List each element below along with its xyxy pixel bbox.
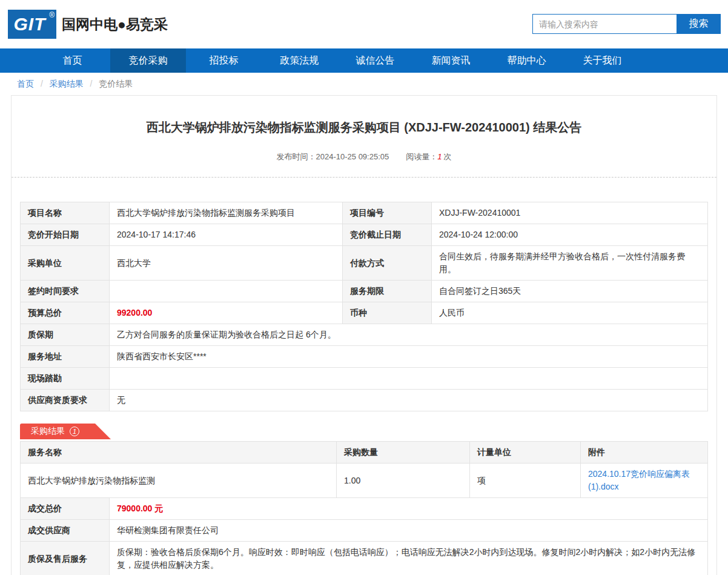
value-supplier-qualification: 无 — [110, 390, 708, 411]
table-row: 质保及售后服务 质保期：验收合格后质保期6个月。响应时效：即时响应（包括电话响应… — [21, 542, 708, 575]
value-deal-total-price: 79000.00 元 — [110, 498, 708, 520]
th-unit: 计量单位 — [470, 442, 581, 464]
nav-item-home[interactable]: 首页 — [35, 48, 110, 73]
breadcrumb-home[interactable]: 首页 — [17, 79, 34, 88]
table-row: 预算总价 99200.00 币种 人民币 — [21, 302, 708, 324]
nav-item-tender[interactable]: 招投标 — [186, 48, 262, 73]
views-label: 阅读量： — [406, 152, 437, 161]
label-bid-end-date: 竞价截止日期 — [343, 224, 432, 246]
table-row: 成交总价 79000.00 元 — [21, 498, 708, 520]
site-title: 国网中电●易竞采 — [62, 15, 168, 34]
table-row: 服务地址 陕西省西安市长安区**** — [21, 346, 708, 368]
label-currency: 币种 — [343, 302, 432, 324]
label-project-code: 项目编号 — [343, 202, 432, 224]
breadcrumb-procurement-results[interactable]: 采购结果 — [50, 79, 84, 88]
value-service-address: 陕西省西安市长安区**** — [110, 346, 708, 368]
views-count: 1 — [437, 152, 442, 161]
logo-text: GIT — [14, 14, 51, 35]
table-row: 采购单位 西北大学 付款方式 合同生效后，待服务期满并经甲方验收合格后，一次性付… — [21, 246, 708, 281]
views-unit: 次 — [443, 152, 451, 161]
value-payment-method: 合同生效后，待服务期满并经甲方验收合格后，一次性付清服务费用。 — [432, 246, 708, 281]
page-title: 西北大学锅炉排放污染物指标监测服务采购项目 (XDJJ-FW-202410001… — [56, 119, 672, 136]
site-logo[interactable]: GIT ® — [8, 10, 56, 39]
publish-time-label: 发布时间： — [277, 152, 316, 161]
registered-trademark-icon: ® — [49, 11, 55, 19]
th-attachment: 附件 — [581, 442, 708, 464]
label-site-survey: 现场踏勘 — [21, 368, 110, 390]
table-row: 签约时间要求 服务期限 自合同签订之日365天 — [21, 281, 708, 302]
table-row: 现场踏勘 — [21, 368, 708, 390]
table-row: 质保期 乙方对合同服务的质量保证期为验收合格后之日起 6个月。 — [21, 324, 708, 346]
breadcrumb-bidding-results: 竞价结果 — [99, 79, 133, 88]
value-winning-supplier: 华研检测集团有限责任公司 — [110, 520, 708, 542]
search-button[interactable]: 搜索 — [677, 14, 721, 34]
value-purchaser: 西北大学 — [110, 246, 343, 281]
table-row: 成交供应商 华研检测集团有限责任公司 — [21, 520, 708, 542]
attachment-link[interactable]: 2024.10.17竞价响应偏离表(1).docx — [588, 469, 690, 491]
value-service-period: 自合同签订之日365天 — [432, 281, 708, 302]
attachment-cell: 2024.10.17竞价响应偏离表(1).docx — [581, 464, 708, 498]
label-bid-start-date: 竞价开始日期 — [21, 224, 110, 246]
value-currency: 人民币 — [432, 302, 708, 324]
label-service-address: 服务地址 — [21, 346, 110, 368]
label-deal-total-price: 成交总价 — [21, 498, 110, 520]
nav-item-help-center[interactable]: 帮助中心 — [489, 48, 564, 73]
th-quantity: 采购数量 — [337, 442, 470, 464]
value-unit: 项 — [470, 464, 581, 498]
label-warranty-period: 质保期 — [21, 324, 110, 346]
nav-item-policy[interactable]: 政策法规 — [262, 48, 337, 73]
breadcrumb-separator: / — [90, 79, 93, 88]
table-row: 西北大学锅炉排放污染物指标监测 1.00 项 2024.10.17竞价响应偏离表… — [21, 464, 708, 498]
main-nav: 首页 竞价采购 招投标 政策法规 诚信公告 新闻资讯 帮助中心 关于我们 — [0, 48, 728, 73]
label-service-period: 服务期限 — [343, 281, 432, 302]
table-row: 项目名称 西北大学锅炉排放污染物指标监测服务采购项目 项目编号 XDJJ-FW-… — [21, 202, 708, 224]
dashed-divider — [12, 177, 716, 178]
badge-count: 1 — [70, 427, 79, 436]
procurement-result-table: 服务名称 采购数量 计量单位 附件 西北大学锅炉排放污染物指标监测 1.00 项… — [20, 441, 708, 575]
label-project-name: 项目名称 — [21, 202, 110, 224]
table-row: 供应商资质要求 无 — [21, 390, 708, 411]
label-warranty-service: 质保及售后服务 — [21, 542, 110, 575]
table-header-row: 服务名称 采购数量 计量单位 附件 — [21, 442, 708, 464]
nav-item-news[interactable]: 新闻资讯 — [413, 48, 489, 73]
breadcrumb: 首页 / 采购结果 / 竞价结果 — [0, 73, 728, 95]
label-winning-supplier: 成交供应商 — [21, 520, 110, 542]
badge-label: 采购结果 — [31, 426, 65, 437]
value-service-name: 西北大学锅炉排放污染物指标监测 — [21, 464, 337, 498]
label-supplier-qualification: 供应商资质要求 — [21, 390, 110, 411]
value-signing-time-requirement — [110, 281, 343, 302]
publish-info: 发布时间：2024-10-25 09:25:05阅读量：1次 — [20, 151, 708, 162]
table-row: 竞价开始日期 2024-10-17 14:17:46 竞价截止日期 2024-1… — [21, 224, 708, 246]
value-project-name: 西北大学锅炉排放污染物指标监测服务采购项目 — [110, 202, 343, 224]
value-bid-start-date: 2024-10-17 14:17:46 — [110, 224, 343, 246]
procurement-result-badge: 采购结果 1 — [20, 424, 111, 439]
nav-item-about-us[interactable]: 关于我们 — [564, 48, 640, 73]
project-info-table: 项目名称 西北大学锅炉排放污染物指标监测服务采购项目 项目编号 XDJJ-FW-… — [20, 202, 708, 411]
value-warranty-period: 乙方对合同服务的质量保证期为验收合格后之日起 6个月。 — [110, 324, 708, 346]
search-input[interactable] — [532, 14, 677, 34]
breadcrumb-separator: / — [41, 79, 43, 88]
label-payment-method: 付款方式 — [343, 246, 432, 281]
value-site-survey — [110, 368, 708, 390]
top-header: GIT ® 国网中电●易竞采 搜索 — [0, 0, 728, 48]
content-card: 西北大学锅炉排放污染物指标监测服务采购项目 (XDJJ-FW-202410001… — [11, 95, 717, 575]
nav-item-integrity-notice[interactable]: 诚信公告 — [337, 48, 413, 73]
value-warranty-service: 质保期：验收合格后质保期6个月。响应时效：即时响应（包括电话响应）；电话响应无法… — [110, 542, 708, 575]
value-project-code: XDJJ-FW-202410001 — [432, 202, 708, 224]
value-quantity: 1.00 — [337, 464, 470, 498]
nav-item-bidding-purchase[interactable]: 竞价采购 — [110, 48, 186, 73]
th-service-name: 服务名称 — [21, 442, 337, 464]
label-purchaser: 采购单位 — [21, 246, 110, 281]
label-signing-time-requirement: 签约时间要求 — [21, 281, 110, 302]
search-area: 搜索 — [532, 14, 721, 34]
value-budget-total: 99200.00 — [110, 302, 343, 324]
publish-time: 2024-10-25 09:25:05 — [316, 152, 389, 161]
label-budget-total: 预算总价 — [21, 302, 110, 324]
value-bid-end-date: 2024-10-24 12:00:00 — [432, 224, 708, 246]
